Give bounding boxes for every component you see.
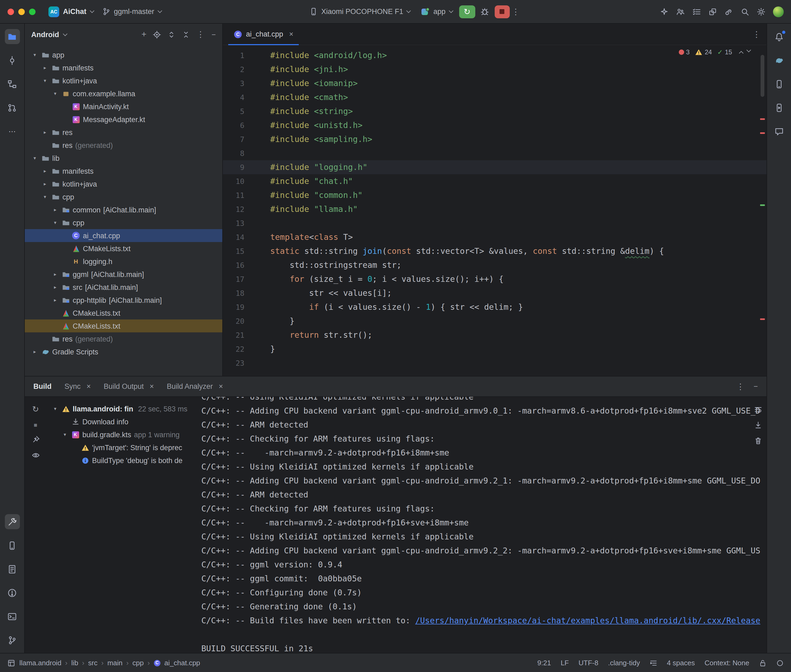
line-number[interactable]: 10 xyxy=(223,174,244,188)
tree-item[interactable]: ▾app xyxy=(25,48,222,61)
tree-item[interactable]: CMakeLists.txt xyxy=(25,320,222,332)
editor-options-icon[interactable]: ⋮ xyxy=(752,29,761,38)
next-problem-icon[interactable] xyxy=(747,48,751,52)
hide-panel-icon[interactable]: − xyxy=(212,30,216,38)
running-devices-tool-button[interactable] xyxy=(772,100,787,115)
build-options-icon[interactable]: ⋮ xyxy=(736,382,745,391)
version-control-tool-button[interactable] xyxy=(5,632,20,648)
pull-requests-tool-button[interactable] xyxy=(5,100,20,115)
code-line[interactable]: 11#include "common.h" xyxy=(223,188,767,202)
line-number[interactable]: 1 xyxy=(223,48,244,62)
chevron-right-icon[interactable]: ▸ xyxy=(52,272,59,277)
chevron-right-icon[interactable]: ▸ xyxy=(42,130,48,135)
scroll-to-end-icon[interactable] xyxy=(754,421,762,429)
code-line[interactable]: 10#include "chat.h" xyxy=(223,174,767,188)
tree-item[interactable]: ▸cpp-httplib[AiChat.lib.main] xyxy=(25,294,222,307)
line-number[interactable]: 2 xyxy=(223,62,244,76)
project-view-mode[interactable]: Android xyxy=(31,30,59,38)
tree-item[interactable]: ▸kotlin+java xyxy=(25,178,222,190)
breadcrumb-item[interactable]: llama.android xyxy=(19,659,61,667)
search-icon[interactable] xyxy=(741,7,749,16)
tree-item[interactable]: BuildType 'debug' is both de xyxy=(46,454,196,467)
line-number[interactable]: 17 xyxy=(223,272,244,286)
error-stripe-mark[interactable] xyxy=(760,118,765,120)
code-line[interactable]: 5#include <string> xyxy=(223,104,767,118)
close-tab-icon[interactable]: × xyxy=(219,382,223,390)
passed-count[interactable]: ✓15 xyxy=(717,48,732,56)
close-tab-icon[interactable]: × xyxy=(289,30,294,38)
collapse-all-icon[interactable] xyxy=(182,30,190,38)
tree-item[interactable]: CMakeLists.txt xyxy=(25,307,222,320)
code-line[interactable]: 3#include <iomanip> xyxy=(223,76,767,90)
locate-file-icon[interactable] xyxy=(153,30,161,38)
tree-item[interactable]: ▸Gradle Scripts xyxy=(25,345,222,358)
chevron-right-icon[interactable]: ▸ xyxy=(42,65,48,70)
settings-gear-icon[interactable] xyxy=(757,7,765,16)
clear-console-icon[interactable] xyxy=(754,437,762,445)
notifications-tool-button[interactable] xyxy=(772,29,787,44)
chevron-right-icon[interactable]: ▸ xyxy=(42,168,48,174)
commit-tool-button[interactable] xyxy=(5,53,20,68)
close-tab-icon[interactable]: × xyxy=(87,382,91,390)
breadcrumb-item[interactable]: ai_chat.cpp xyxy=(164,659,200,667)
device-manager-tool-button[interactable] xyxy=(772,76,787,91)
more-tool-windows-button[interactable]: ⋯ xyxy=(5,124,20,139)
code-line[interactable]: 7#include <sampling.h> xyxy=(223,132,767,146)
chevron-down-icon[interactable]: ▾ xyxy=(61,432,68,437)
chevron-down-icon[interactable]: ▾ xyxy=(42,78,48,83)
tree-item[interactable]: res(generated) xyxy=(25,139,222,152)
lock-icon[interactable] xyxy=(759,659,767,667)
chevron-down-icon[interactable]: ▾ xyxy=(52,91,59,96)
line-number[interactable]: 13 xyxy=(223,216,244,230)
line-number[interactable]: 15 xyxy=(223,244,244,258)
code-line[interactable]: 14template<class T> xyxy=(223,230,767,244)
run-configuration-selector[interactable]: app xyxy=(417,5,457,18)
build-console[interactable]: C/C++: -- Using KleidiAI optimized kerne… xyxy=(196,397,767,653)
user-avatar[interactable] xyxy=(773,6,784,17)
breadcrumb-item[interactable]: src xyxy=(88,659,98,667)
breadcrumb-item[interactable]: cpp xyxy=(132,659,144,667)
chevron-down-icon[interactable]: ▾ xyxy=(52,220,59,226)
code-line[interactable]: 21 return str.str(); xyxy=(223,328,767,342)
tree-item[interactable]: ▾kotlin+java xyxy=(25,74,222,87)
tree-item[interactable]: 'jvmTarget': String' is deprec xyxy=(46,441,196,454)
chevron-down-icon[interactable]: ▾ xyxy=(31,52,38,58)
panel-options-icon[interactable]: ⋮ xyxy=(196,30,205,39)
line-number[interactable]: 20 xyxy=(223,314,244,328)
chevron-down-icon[interactable]: ▾ xyxy=(42,194,48,200)
soft-wrap-icon[interactable] xyxy=(754,405,762,414)
code-line[interactable]: 15static std::string join(const std::vec… xyxy=(223,244,767,258)
status-indicator-icon[interactable] xyxy=(776,659,784,667)
run-more-options-icon[interactable]: ⋮ xyxy=(512,7,520,16)
editor-tab-ai-chat-cpp[interactable]: C ai_chat.cpp × xyxy=(228,23,299,45)
error-stripe-mark[interactable] xyxy=(760,318,765,320)
stop-build-icon[interactable]: ■ xyxy=(34,422,37,428)
tree-item[interactable]: ▸manifests xyxy=(25,61,222,74)
expand-all-icon[interactable] xyxy=(167,30,175,38)
code-line[interactable]: 9#include "logging.h" xyxy=(223,160,767,174)
error-count[interactable]: 3 xyxy=(679,48,690,56)
tree-item[interactable]: ▾cpp xyxy=(25,216,222,229)
line-number[interactable]: 11 xyxy=(223,188,244,202)
line-number[interactable]: 16 xyxy=(223,258,244,272)
tree-item[interactable]: ▸res xyxy=(25,126,222,139)
code-line[interactable]: 18 str << values[i]; xyxy=(223,286,767,300)
gradle-tool-button[interactable] xyxy=(772,53,787,68)
line-number[interactable]: 14 xyxy=(223,230,244,244)
zoom-window-button[interactable] xyxy=(29,8,35,15)
line-number[interactable]: 5 xyxy=(223,104,244,118)
rerun-build-icon[interactable]: ↻ xyxy=(32,405,39,414)
chevron-right-icon[interactable]: ▸ xyxy=(52,298,59,303)
vcs-branch-selector[interactable]: ggml-master xyxy=(98,5,165,18)
tree-item[interactable]: ▸common[AiChat.lib.main] xyxy=(25,203,222,216)
chevron-right-icon[interactable]: ▸ xyxy=(42,181,48,187)
tree-item[interactable]: KMainActivity.kt xyxy=(25,100,222,113)
code-line[interactable]: 23 xyxy=(223,356,767,370)
tree-item[interactable]: ▸manifests xyxy=(25,165,222,178)
project-tool-button[interactable] xyxy=(5,29,20,44)
warning-count[interactable]: 24 xyxy=(695,48,712,56)
chevron-down-icon[interactable]: ▾ xyxy=(52,406,59,411)
tree-item[interactable]: KMessageAdapter.kt xyxy=(25,113,222,126)
code-line[interactable]: 22} xyxy=(223,342,767,356)
code-line[interactable]: 16 std::ostringstream str; xyxy=(223,258,767,272)
